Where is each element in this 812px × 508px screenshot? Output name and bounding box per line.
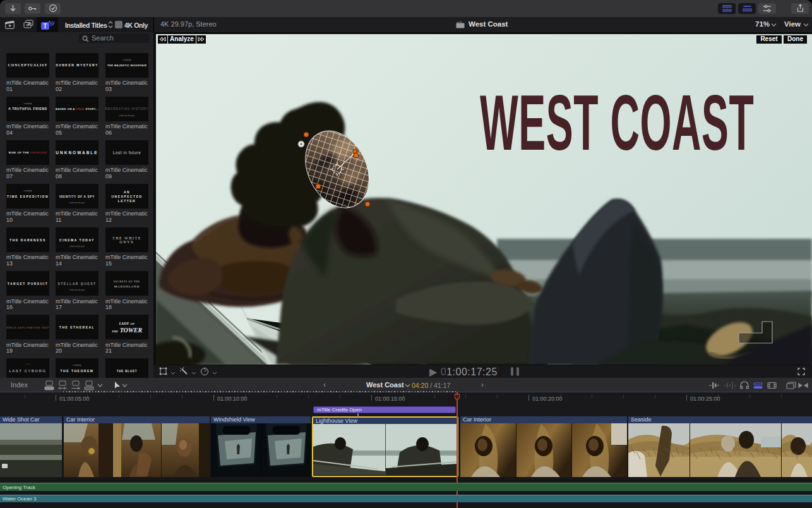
- svg-text:T: T: [43, 23, 47, 30]
